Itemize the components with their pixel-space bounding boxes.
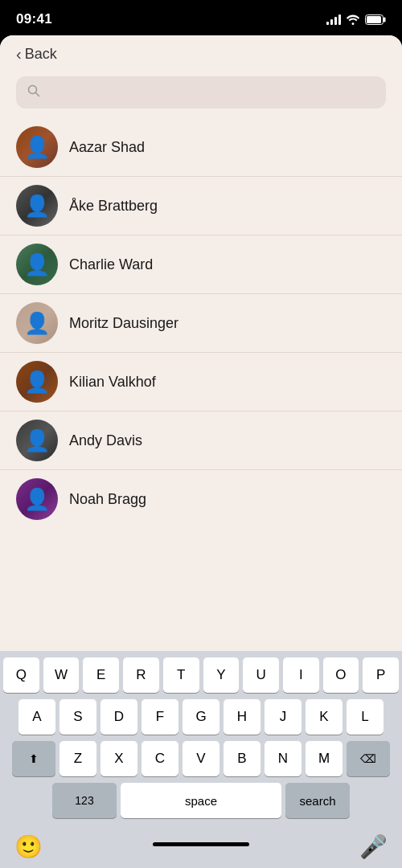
key-c[interactable]: C (142, 741, 178, 776)
back-chevron-icon: ‹ (16, 45, 22, 63)
key-b[interactable]: B (224, 741, 260, 776)
contact-name-charlie: Charlie Ward (69, 256, 153, 273)
contact-name-kilian: Kilian Valkhof (69, 374, 156, 391)
key-v[interactable]: V (183, 741, 219, 776)
key-123[interactable]: 123 (52, 783, 117, 818)
avatar-moritz: 👤 (16, 302, 58, 344)
contact-item-ake[interactable]: 👤 Åke Brattberg (0, 177, 402, 235)
contact-item-moritz[interactable]: 👤 Moritz Dausinger (0, 294, 402, 353)
key-q[interactable]: Q (3, 657, 39, 693)
key-space[interactable]: space (121, 783, 281, 818)
key-p[interactable]: P (363, 657, 399, 693)
keyboard-row-4: 123 space search (3, 783, 399, 818)
keyboard-row-3: ⬆ Z X C V B N M ⌫ (3, 741, 399, 776)
key-search[interactable]: search (285, 783, 350, 818)
emoji-icon[interactable]: 🙂 (14, 833, 43, 860)
contact-name-andy: Andy Davis (69, 432, 142, 449)
back-label: Back (25, 46, 57, 63)
contact-item-charlie[interactable]: 👤 Charlie Ward (0, 235, 402, 294)
key-h[interactable]: H (224, 699, 260, 735)
keyboard-bottom: 🙂 🎤 (3, 825, 399, 865)
search-container (0, 70, 402, 118)
contact-name-ake: Åke Brattberg (69, 198, 158, 215)
avatar-aazar: 👤 (16, 126, 58, 168)
wifi-icon (346, 14, 360, 25)
contact-item-andy[interactable]: 👤 Andy Davis (0, 411, 402, 470)
header: ‹ Back (0, 35, 402, 70)
status-icons (326, 14, 386, 25)
mic-icon[interactable]: 🎤 (359, 833, 388, 860)
svg-rect-1 (384, 17, 386, 22)
keyboard: Q W E R T Y U I O P A S D F G H J K L ⬆ … (0, 651, 402, 868)
key-a[interactable]: A (18, 699, 55, 735)
avatar-ake: 👤 (16, 185, 58, 227)
key-f[interactable]: F (142, 699, 178, 735)
key-u[interactable]: U (243, 657, 279, 693)
svg-rect-2 (367, 16, 381, 23)
avatar-noah: 👤 (16, 478, 58, 520)
contact-name-moritz: Moritz Dausinger (69, 315, 178, 332)
avatar-kilian: 👤 (16, 361, 58, 403)
keyboard-row-1: Q W E R T Y U I O P (3, 657, 399, 693)
key-l[interactable]: L (347, 699, 384, 735)
key-d[interactable]: D (100, 699, 137, 735)
status-time: 09:41 (16, 11, 52, 27)
status-bar: 09:41 (0, 0, 402, 35)
key-k[interactable]: K (306, 699, 343, 735)
contact-name-aazar: Aazar Shad (69, 139, 145, 156)
key-j[interactable]: J (265, 699, 302, 735)
key-x[interactable]: X (100, 741, 137, 776)
key-i[interactable]: I (283, 657, 319, 693)
key-n[interactable]: N (265, 741, 302, 776)
back-button[interactable]: ‹ Back (16, 45, 386, 63)
svg-line-4 (36, 93, 39, 96)
contact-item-aazar[interactable]: 👤 Aazar Shad (0, 118, 402, 177)
key-r[interactable]: R (123, 657, 159, 693)
key-y[interactable]: Y (203, 657, 240, 693)
home-indicator (153, 842, 249, 846)
key-z[interactable]: Z (59, 741, 96, 776)
key-w[interactable]: W (43, 657, 80, 693)
key-g[interactable]: G (183, 699, 219, 735)
key-m[interactable]: M (306, 741, 343, 776)
main-content: ‹ Back 👤 Aazar Shad 👤 Å (0, 35, 402, 868)
key-shift[interactable]: ⬆ (12, 741, 55, 776)
home-indicator-wrap (153, 842, 249, 851)
key-e[interactable]: E (83, 657, 119, 693)
search-bar[interactable] (16, 76, 386, 108)
contact-name-noah: Noah Bragg (69, 491, 146, 508)
signal-icon (326, 14, 341, 25)
keyboard-row-2: A S D F G H J K L (3, 699, 399, 735)
contact-list: 👤 Aazar Shad 👤 Åke Brattberg 👤 Charlie W… (0, 118, 402, 651)
search-icon (27, 84, 40, 100)
key-o[interactable]: O (323, 657, 359, 693)
key-t[interactable]: T (163, 657, 199, 693)
avatar-andy: 👤 (16, 420, 58, 461)
battery-icon (365, 14, 386, 25)
key-delete[interactable]: ⌫ (347, 741, 390, 776)
avatar-charlie: 👤 (16, 244, 58, 285)
contact-item-noah[interactable]: 👤 Noah Bragg (0, 470, 402, 528)
contact-item-kilian[interactable]: 👤 Kilian Valkhof (0, 353, 402, 411)
key-s[interactable]: S (59, 699, 96, 735)
